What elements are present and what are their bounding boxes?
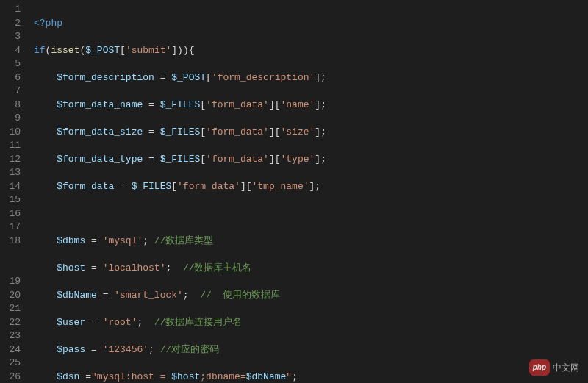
code-line: $dbms = 'mysql'; //数据库类型 <box>34 235 588 248</box>
line-number: 24 <box>0 343 21 357</box>
line-number: 26 <box>0 371 21 384</box>
line-number: 16 <box>0 207 21 221</box>
code-line: $user = 'root'; //数据库连接用户名 <box>34 316 588 330</box>
line-number: 25 <box>0 357 21 371</box>
line-number <box>0 262 21 276</box>
code-line <box>34 207 588 221</box>
code-line: $host = 'localhost'; //数据库主机名 <box>34 262 588 276</box>
line-number: 2 <box>0 17 21 31</box>
line-number: 5 <box>0 57 21 71</box>
line-number: 3 <box>0 30 21 44</box>
line-number: 14 <box>0 180 21 194</box>
watermark: php 中文网 <box>529 359 579 376</box>
line-number <box>0 248 21 262</box>
line-number: 21 <box>0 302 21 316</box>
code-line: $form_data = $_FILES['form_data']['tmp_n… <box>34 180 588 194</box>
line-number: 18 <box>0 235 21 248</box>
code-line: $pass = '123456'; //对应的密码 <box>34 343 588 357</box>
line-number: 11 <box>0 139 21 153</box>
line-number: 15 <box>0 193 21 207</box>
line-number: 19 <box>0 275 21 289</box>
line-number: 23 <box>0 329 21 343</box>
line-number: 6 <box>0 71 21 85</box>
line-number: 17 <box>0 221 21 235</box>
code-line: $form_data_name = $_FILES['form_data']['… <box>34 99 588 112</box>
line-number: 9 <box>0 112 21 126</box>
code-line: $form_description = $_POST['form_descrip… <box>34 71 588 85</box>
code-line: <?php <box>34 17 588 31</box>
line-number: 7 <box>0 85 21 99</box>
line-number: 13 <box>0 166 21 180</box>
line-number: 20 <box>0 289 21 303</box>
line-number: 1 <box>0 3 21 17</box>
line-number: 22 <box>0 316 21 330</box>
line-number: 8 <box>0 99 21 112</box>
line-number: 10 <box>0 126 21 140</box>
line-number: 4 <box>0 44 21 58</box>
watermark-text: 中文网 <box>553 361 579 375</box>
line-number: 12 <box>0 153 21 167</box>
code-editor: 1 2 3 4 5 6 7 8 9 10 11 12 13 14 15 16 1… <box>0 0 588 383</box>
code-line: if(isset($_POST['submit'])){ <box>34 44 588 58</box>
code-line: $form_data_size = $_FILES['form_data']['… <box>34 126 588 140</box>
watermark-logo: php <box>529 359 550 376</box>
code-content[interactable]: <?php if(isset($_POST['submit'])){ $form… <box>28 0 588 383</box>
code-line: $dbName = 'smart_lock'; // 使用的数据库 <box>34 289 588 303</box>
code-line: $form_data_type = $_FILES['form_data']['… <box>34 153 588 167</box>
code-line: $dsn ="mysql:host = $host;dbname=$dbName… <box>34 371 588 384</box>
line-number-gutter: 1 2 3 4 5 6 7 8 9 10 11 12 13 14 15 16 1… <box>0 0 28 383</box>
